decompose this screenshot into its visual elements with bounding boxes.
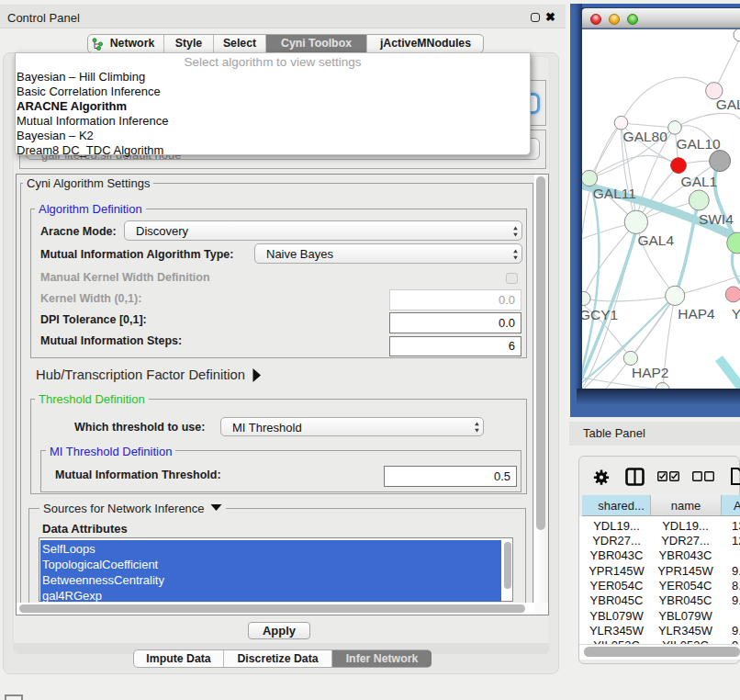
svg-text:GAL10: GAL10 (676, 136, 721, 152)
svg-text:GAL11: GAL11 (593, 186, 636, 201)
svg-text:YD: YD (732, 306, 740, 322)
svg-text:SWI4: SWI4 (699, 211, 734, 227)
svg-text:GAL4: GAL4 (637, 232, 674, 248)
svg-text:GAL80: GAL80 (623, 129, 668, 144)
svg-text:HAP2: HAP2 (632, 365, 669, 380)
svg-text:HAP4: HAP4 (678, 306, 715, 322)
svg-text:GCY1: GCY1 (582, 307, 618, 322)
svg-text:GAL1: GAL1 (681, 174, 718, 189)
svg-text:GAL2: GAL2 (716, 96, 740, 112)
